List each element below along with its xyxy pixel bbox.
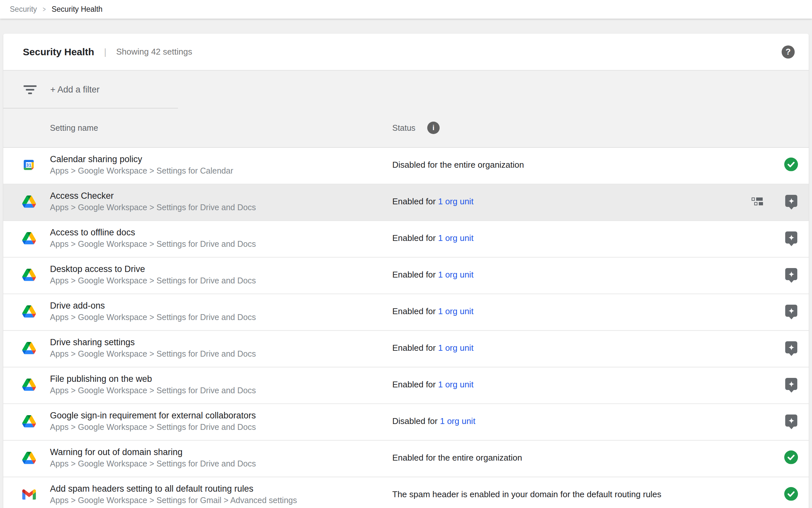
setting-status: Enabled for 1 org unit (392, 233, 474, 243)
help-icon[interactable]: ? (782, 45, 795, 58)
drive-icon (22, 415, 36, 428)
breadcrumb-separator-icon: > (43, 5, 46, 14)
setting-name: File publishing on the web (50, 373, 256, 385)
filter-bar: + Add a filter (3, 71, 809, 109)
sparkle-icon (787, 234, 796, 242)
setting-name: Access Checker (50, 190, 256, 202)
sparkle-icon (787, 270, 796, 279)
setting-status: Disabled for the entire organization (392, 160, 524, 170)
settings-count: Showing 42 settings (116, 47, 192, 57)
sparkle-icon (787, 307, 796, 315)
table-row[interactable]: 31 Calendar sharing policy Apps > Google… (3, 148, 809, 184)
setting-path: Apps > Google Workspace > Settings for D… (50, 311, 256, 323)
recommendation-badge-icon[interactable] (785, 378, 797, 390)
status-ok-icon (784, 487, 798, 501)
setting-path: Apps > Google Workspace > Settings for G… (50, 495, 297, 506)
setting-status: Disabled for 1 org unit (392, 416, 475, 426)
setting-path: Apps > Google Workspace > Settings for D… (50, 385, 256, 396)
gmail-icon (22, 490, 36, 500)
org-units-icon[interactable] (752, 198, 763, 205)
table-header: Setting name Status i (3, 109, 809, 148)
recommendation-badge-icon[interactable] (785, 195, 797, 207)
table-row[interactable]: Desktop access to Drive Apps > Google Wo… (3, 258, 809, 294)
setting-name: Warning for out of domain sharing (50, 446, 256, 458)
column-header-setting-name: Setting name (50, 123, 98, 133)
recommendation-badge-icon[interactable] (785, 231, 797, 244)
recommendation-badge-icon[interactable] (785, 305, 797, 317)
table-row[interactable]: Warning for out of domain sharing Apps >… (3, 441, 809, 477)
setting-name: Desktop access to Drive (50, 263, 256, 275)
calendar-icon: 31 (22, 159, 35, 172)
setting-name: Calendar sharing policy (50, 153, 233, 165)
drive-icon (22, 305, 36, 318)
setting-status: Enabled for 1 org unit (392, 270, 474, 280)
table-row[interactable]: Add spam headers setting to all default … (3, 477, 809, 508)
column-header-status: Status (392, 123, 416, 133)
table-row[interactable]: Access to offline docs Apps > Google Wor… (3, 221, 809, 258)
setting-name: Access to offline docs (50, 226, 256, 238)
setting-status: Enabled for 1 org unit (392, 380, 474, 390)
title-divider: | (104, 47, 106, 57)
drive-icon (22, 452, 36, 464)
security-health-card: Security Health | Showing 42 settings ? … (3, 34, 809, 508)
card-header: Security Health | Showing 42 settings ? (3, 34, 809, 71)
page-title: Security Health (23, 46, 94, 57)
add-filter-button[interactable]: + Add a filter (50, 85, 100, 95)
sparkle-icon (787, 380, 796, 388)
setting-path: Apps > Google Workspace > Settings for D… (50, 458, 256, 469)
settings-table-body: 31 Calendar sharing policy Apps > Google… (3, 148, 809, 508)
setting-path: Apps > Google Workspace > Settings for D… (50, 202, 256, 213)
setting-status: Enabled for 1 org unit (392, 343, 474, 353)
drive-icon (22, 379, 36, 391)
status-ok-icon (784, 451, 798, 464)
breadcrumb-parent[interactable]: Security (10, 5, 37, 14)
svg-text:31: 31 (26, 163, 31, 168)
breadcrumb-current: Security Health (52, 5, 103, 14)
setting-status: Enabled for 1 org unit (392, 306, 474, 316)
setting-name: Drive sharing settings (50, 336, 256, 348)
org-unit-link[interactable]: 1 org unit (438, 380, 473, 389)
drive-icon (22, 232, 36, 245)
table-row[interactable]: Access Checker Apps > Google Workspace >… (3, 184, 809, 221)
table-row[interactable]: Google sign-in requirement for external … (3, 404, 809, 441)
setting-path: Apps > Google Workspace > Settings for D… (50, 348, 256, 359)
setting-name: Add spam headers setting to all default … (50, 483, 297, 495)
setting-name: Google sign-in requirement for external … (50, 410, 256, 421)
org-unit-link[interactable]: 1 org unit (438, 270, 473, 280)
org-unit-link[interactable]: 1 org unit (438, 197, 473, 206)
setting-name: Drive add-ons (50, 300, 256, 311)
recommendation-badge-icon[interactable] (785, 415, 797, 427)
recommendation-badge-icon[interactable] (785, 268, 797, 280)
org-unit-link[interactable]: 1 org unit (438, 343, 473, 353)
sparkle-icon (787, 197, 796, 205)
org-unit-link[interactable]: 1 org unit (440, 416, 475, 426)
setting-path: Apps > Google Workspace > Settings for D… (50, 421, 256, 432)
setting-path: Apps > Google Workspace > Settings for C… (50, 165, 233, 176)
filter-icon (23, 85, 37, 94)
table-row[interactable]: Drive add-ons Apps > Google Workspace > … (3, 294, 809, 331)
setting-path: Apps > Google Workspace > Settings for D… (50, 275, 256, 286)
setting-status: Enabled for 1 org unit (392, 197, 474, 207)
status-ok-icon (784, 158, 798, 171)
drive-icon (22, 342, 36, 354)
org-unit-link[interactable]: 1 org unit (438, 233, 473, 243)
table-row[interactable]: Drive sharing settings Apps > Google Wor… (3, 331, 809, 368)
table-row[interactable]: File publishing on the web Apps > Google… (3, 368, 809, 404)
breadcrumb: Security > Security Health (0, 0, 812, 18)
setting-status: The spam header is enabled in your domai… (392, 490, 661, 500)
sparkle-icon (787, 417, 796, 425)
setting-path: Apps > Google Workspace > Settings for D… (50, 238, 256, 249)
setting-status: Enabled for the entire organization (392, 453, 522, 463)
sparkle-icon (787, 343, 796, 352)
status-info-icon[interactable]: i (427, 122, 440, 134)
drive-icon (22, 269, 36, 281)
recommendation-badge-icon[interactable] (785, 341, 797, 353)
org-unit-link[interactable]: 1 org unit (438, 306, 473, 316)
drive-icon (22, 196, 36, 208)
